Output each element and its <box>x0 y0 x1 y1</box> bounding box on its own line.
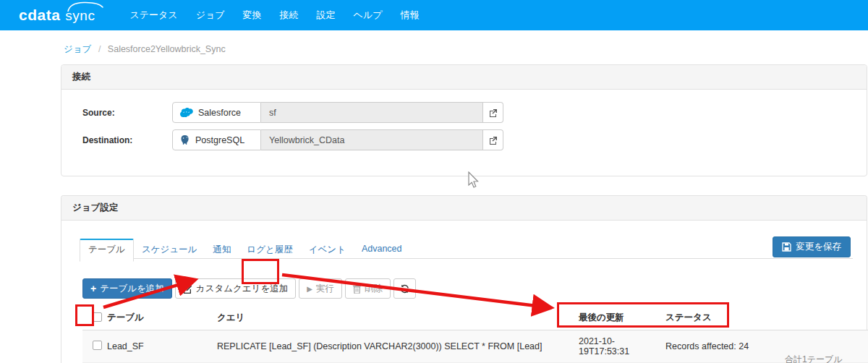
column-header-last-update: 最後の更新 <box>579 306 665 330</box>
run-button[interactable]: ▶ 実行 <box>299 278 342 299</box>
page-content: ジョブ / Salesforce2Yellowbrick_Sync 接続 Sou… <box>0 30 868 363</box>
tables-header-row: テーブル クエリ 最後の更新 ステータス <box>82 306 868 330</box>
nav-menu: ステータス ジョブ 変換 接続 設定 ヘルプ 情報 <box>129 9 437 22</box>
cell-table-name: Lead_SF <box>107 330 217 363</box>
tables-list: テーブル クエリ 最後の更新 ステータス Lead_SF REPLICATE [… <box>82 306 868 363</box>
nav-item-jobs[interactable]: ジョブ <box>196 9 225 22</box>
breadcrumb: ジョブ / Salesforce2Yellowbrick_Sync <box>64 43 868 56</box>
row-checkbox[interactable] <box>93 341 102 350</box>
source-input-group: Salesforce sf <box>172 102 503 123</box>
save-icon <box>782 242 791 252</box>
destination-connector-name: PostgreSQL <box>195 135 244 145</box>
edit-icon <box>183 284 192 294</box>
tabs-row: テーブル スケジュール 通知 ログと履歴 イベント Advanced 変更を保存 <box>80 238 853 259</box>
nav-item-status[interactable]: ステータス <box>129 9 177 22</box>
job-settings-body: テーブル スケジュール 通知 ログと履歴 イベント Advanced 変更を保存 <box>61 221 867 363</box>
refresh-button[interactable] <box>393 278 416 299</box>
destination-input-group: PostgreSQL Yellowbrick_CData <box>172 129 503 150</box>
source-label: Source: <box>82 108 172 118</box>
tabs: テーブル スケジュール 通知 ログと履歴 イベント Advanced <box>80 238 853 261</box>
nav-item-connections[interactable]: 接続 <box>280 9 299 22</box>
breadcrumb-separator: / <box>98 44 101 54</box>
salesforce-icon <box>179 108 193 118</box>
job-settings-panel: ジョブ設定 テーブル スケジュール 通知 ログと履歴 イベント Advanced <box>61 195 867 363</box>
column-header-table: テーブル <box>107 306 217 330</box>
job-settings-panel-title: ジョブ設定 <box>61 196 867 221</box>
run-label: 実行 <box>316 283 334 295</box>
nav-item-settings[interactable]: 設定 <box>317 9 336 22</box>
delete-button[interactable]: 削除 <box>345 278 391 299</box>
source-row: Source: Salesforce sf <box>82 102 855 123</box>
delete-label: 削除 <box>365 283 383 295</box>
destination-connection-value: Yellowbrick_CData <box>261 129 483 150</box>
save-changes-label: 変更を保存 <box>796 241 841 253</box>
destination-label: Destination: <box>82 135 172 145</box>
cell-query: REPLICATE [Lead_SF] (Description VARCHAR… <box>217 330 579 363</box>
external-link-icon <box>489 108 498 117</box>
column-header-status: ステータス <box>665 306 868 330</box>
cell-last-update: 2021-10-19T17:53:31 <box>579 330 665 363</box>
add-table-label: テーブルを追加 <box>100 283 164 295</box>
total-tables-label: 合計1テーブル <box>785 354 843 363</box>
connections-panel: 接続 Source: Salesforce sf <box>61 64 867 176</box>
table-row[interactable]: Lead_SF REPLICATE [Lead_SF] (Description… <box>82 330 868 363</box>
tab-events[interactable]: イベント <box>301 239 354 262</box>
source-connection-value: sf <box>261 102 483 123</box>
connections-panel-title: 接続 <box>61 65 867 90</box>
save-changes-button[interactable]: 変更を保存 <box>773 236 851 257</box>
top-navigation-bar: cdata sync ステータス ジョブ 変換 接続 設定 ヘルプ 情報 <box>0 0 868 30</box>
source-connector-field[interactable]: Salesforce <box>172 102 261 123</box>
tab-tables[interactable]: テーブル <box>80 239 134 262</box>
nav-item-info[interactable]: 情報 <box>401 9 420 22</box>
nav-item-transform[interactable]: 変換 <box>243 9 262 22</box>
table-toolbar: + テーブルを追加 カスタムクエリを追加 ▶ 実行 <box>82 278 855 299</box>
trash-icon <box>353 284 361 294</box>
source-open-button[interactable] <box>483 102 503 123</box>
tab-notifications[interactable]: 通知 <box>205 239 239 262</box>
destination-open-button[interactable] <box>483 129 503 150</box>
tab-schedule[interactable]: スケジュール <box>134 239 205 262</box>
cdata-sync-logo[interactable]: cdata sync <box>19 7 95 24</box>
brand-cdata-text: cdata <box>19 7 60 24</box>
source-connector-name: Salesforce <box>198 108 241 118</box>
add-custom-query-button[interactable]: カスタムクエリを追加 <box>175 278 296 299</box>
tab-advanced[interactable]: Advanced <box>354 239 410 262</box>
add-custom-query-label: カスタムクエリを追加 <box>196 283 288 295</box>
breadcrumb-current-job: Salesforce2Yellowbrick_Sync <box>108 44 226 54</box>
connections-panel-body: Source: Salesforce sf <box>61 90 867 176</box>
breadcrumb-jobs-link[interactable]: ジョブ <box>64 44 91 54</box>
external-link-icon <box>489 136 498 145</box>
select-all-checkbox[interactable] <box>93 312 102 322</box>
postgresql-icon <box>179 134 190 145</box>
brand-arc-icon <box>65 1 106 12</box>
plus-icon: + <box>90 283 96 294</box>
refresh-icon <box>400 284 409 294</box>
tab-logs-history[interactable]: ログと履歴 <box>239 239 300 262</box>
play-icon: ▶ <box>307 285 312 293</box>
destination-connector-field[interactable]: PostgreSQL <box>172 129 261 150</box>
column-header-query: クエリ <box>217 306 579 330</box>
add-table-button[interactable]: + テーブルを追加 <box>82 278 172 299</box>
destination-row: Destination: PostgreSQL Yellowbrick_CDat <box>82 129 855 150</box>
nav-item-help[interactable]: ヘルプ <box>354 9 383 22</box>
